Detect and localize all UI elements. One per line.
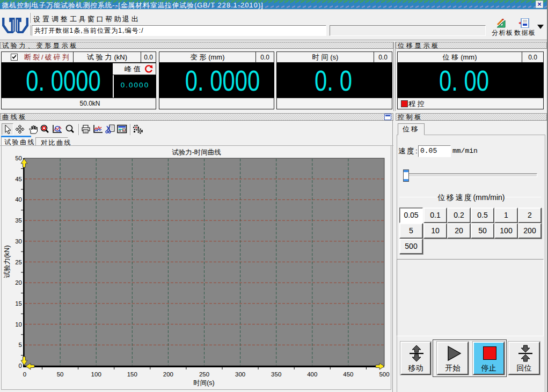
svg-text:试验力-时间曲线: 试验力-时间曲线 [172, 149, 221, 156]
svg-text:150: 150 [127, 371, 137, 378]
svg-text:450: 450 [343, 371, 353, 378]
svg-text:40: 40 [15, 196, 22, 203]
svg-text:20: 20 [15, 279, 22, 286]
svg-text:50: 50 [57, 371, 64, 378]
svg-text:25: 25 [15, 259, 22, 265]
svg-text:0: 0 [19, 363, 22, 369]
svg-text:50: 50 [15, 155, 22, 161]
svg-text:45: 45 [15, 176, 22, 182]
svg-text:15: 15 [15, 300, 22, 307]
svg-text:200: 200 [163, 371, 173, 378]
svg-text:350: 350 [271, 371, 281, 378]
svg-text:300: 300 [235, 371, 245, 378]
svg-text:30: 30 [15, 238, 22, 245]
svg-text:100: 100 [91, 371, 101, 378]
svg-text:试验力(kN): 试验力(kN) [3, 245, 11, 278]
svg-text:400: 400 [307, 371, 317, 378]
svg-text:35: 35 [15, 217, 22, 224]
svg-text:0: 0 [23, 371, 26, 378]
svg-text:500: 500 [379, 371, 389, 378]
svg-text:5: 5 [19, 342, 22, 348]
svg-text:250: 250 [199, 371, 209, 378]
svg-text:时间(s): 时间(s) [193, 379, 215, 387]
svg-text:10: 10 [15, 321, 22, 328]
